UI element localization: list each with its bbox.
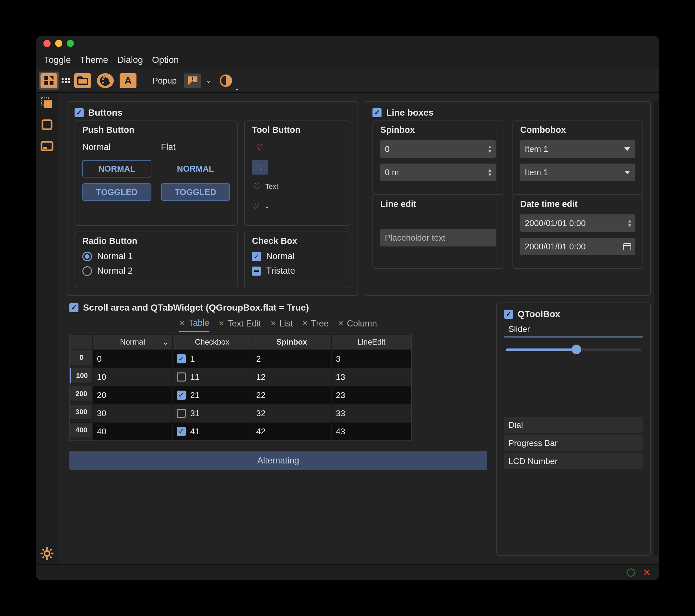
toolbutton-1[interactable]: ♡: [252, 140, 268, 155]
pushbutton-normal-flat[interactable]: NORMAL: [161, 160, 230, 177]
combobox-2[interactable]: Item 1: [520, 163, 635, 181]
popup-chevron[interactable]: ⌄: [204, 77, 213, 85]
menu-dialog[interactable]: Dialog: [114, 53, 146, 66]
group-lineboxes-checkbox[interactable]: ✓: [372, 108, 382, 117]
popup-button[interactable]: [184, 73, 201, 88]
cell-lineedit[interactable]: 43: [332, 422, 411, 440]
spinbox-1[interactable]: 0▲▼: [380, 140, 495, 158]
row-header[interactable]: 200: [70, 386, 93, 402]
table-row[interactable]: 300 30 31 32 33: [70, 404, 411, 422]
cell-checkbox[interactable]: ✓1: [172, 350, 252, 368]
cell-lineedit[interactable]: 23: [332, 386, 411, 404]
group-toolbox-checkbox[interactable]: ✓: [504, 310, 513, 319]
cell-spinbox[interactable]: 2: [252, 350, 332, 368]
cell-checkbox[interactable]: 31: [172, 404, 252, 422]
datetime-2[interactable]: 2000/01/01 0:00: [520, 238, 635, 255]
toolbar-dashboard-button[interactable]: [39, 72, 59, 90]
spin-arrows-icon[interactable]: ▲▼: [488, 168, 492, 177]
th-checkbox[interactable]: Checkbox: [172, 334, 252, 350]
spinbox-2[interactable]: 0 m▲▼: [380, 163, 495, 181]
traffic-light-zoom[interactable]: [67, 40, 74, 47]
contrast-chevron[interactable]: ⌄: [233, 84, 242, 92]
cell-spinbox[interactable]: 42: [252, 422, 332, 440]
tab-close-icon[interactable]: ✕: [338, 319, 344, 328]
cell-spinbox[interactable]: 32: [252, 404, 332, 422]
cell-lineedit[interactable]: 33: [332, 404, 411, 422]
combobox-1[interactable]: Item 1: [520, 140, 635, 158]
toolbar-palette-button[interactable]: [95, 72, 115, 90]
row-header[interactable]: 300: [70, 404, 93, 420]
tab-table[interactable]: ✕Table: [179, 318, 209, 332]
table-row[interactable]: 0 0 ✓1 2 3: [70, 350, 411, 368]
cell-spinbox[interactable]: 22: [252, 386, 332, 404]
sidebar-select-icon[interactable]: [38, 94, 56, 112]
datetime-1[interactable]: 2000/01/01 0:00▲▼: [520, 214, 635, 232]
pushbutton-toggled-flat[interactable]: TOGGLED: [161, 183, 230, 201]
traffic-light-close[interactable]: [44, 40, 51, 47]
tab-textedit[interactable]: ✕Text Edit: [219, 318, 261, 332]
cell-normal[interactable]: 30: [93, 404, 172, 422]
tab-column[interactable]: ✕Column: [338, 318, 377, 332]
toolbar-contrast-button[interactable]: ⌄: [216, 72, 236, 90]
table-row[interactable]: 100 10 11 12 13: [70, 368, 411, 386]
th-normal[interactable]: Normal⌄: [93, 334, 172, 350]
row-header[interactable]: 100: [70, 368, 93, 384]
tab-close-icon[interactable]: ✕: [179, 319, 185, 328]
cell-checkbox[interactable]: 11: [172, 368, 252, 386]
traffic-light-minimize[interactable]: [55, 40, 62, 47]
cell-lineedit[interactable]: 13: [332, 368, 411, 386]
slider-thumb[interactable]: [572, 345, 581, 354]
table-row[interactable]: 400 40 ✓41 42 43: [70, 422, 411, 440]
toolbutton-3[interactable]: ♡: [252, 179, 262, 194]
toolbutton-2[interactable]: ♡: [252, 160, 268, 175]
pushbutton-normal-1[interactable]: NORMAL: [82, 160, 151, 177]
row-header[interactable]: 400: [70, 422, 93, 438]
cell-checkbox[interactable]: ✓21: [172, 386, 252, 404]
toolbutton-menu-chevron[interactable]: ⌄: [262, 202, 272, 210]
checkbox-normal[interactable]: ✓Normal: [252, 251, 343, 261]
tab-list[interactable]: ✕List: [270, 318, 293, 332]
sidebar-panel-icon[interactable]: [38, 137, 56, 155]
row-header[interactable]: 0: [70, 350, 93, 365]
cell-normal[interactable]: 0: [93, 350, 172, 368]
group-buttons-checkbox[interactable]: ✓: [74, 108, 84, 117]
toolbox-dial[interactable]: Dial: [504, 417, 643, 433]
cell-normal[interactable]: 10: [93, 368, 172, 386]
toolbox-progressbar[interactable]: Progress Bar: [504, 435, 643, 451]
cell-lineedit[interactable]: 3: [332, 350, 411, 368]
toolbar-font-button[interactable]: A: [118, 72, 138, 90]
radio-normal-1[interactable]: Normal 1: [82, 251, 230, 261]
status-ok-icon[interactable]: [627, 568, 635, 577]
toolbutton-4[interactable]: ♡: [252, 198, 259, 213]
sidebar-square-icon[interactable]: [38, 116, 56, 134]
toolbar-grip[interactable]: [62, 78, 70, 83]
status-close-icon[interactable]: ✕: [643, 567, 651, 578]
toolbar-folder-button[interactable]: [73, 72, 93, 90]
tab-close-icon[interactable]: ✕: [302, 319, 308, 328]
cell-spinbox[interactable]: 12: [252, 368, 332, 386]
tab-close-icon[interactable]: ✕: [270, 319, 276, 328]
table-row[interactable]: 200 20 ✓21 22 23: [70, 386, 411, 404]
toolbox-slider[interactable]: Slider: [504, 322, 643, 337]
sidebar-settings-icon[interactable]: [38, 545, 56, 562]
th-lineedit[interactable]: LineEdit: [332, 334, 411, 350]
cell-checkbox[interactable]: ✓41: [172, 422, 252, 440]
spin-arrows-icon[interactable]: ▲▼: [488, 144, 492, 154]
menu-toggle[interactable]: Toggle: [41, 53, 74, 66]
slider[interactable]: [506, 349, 642, 351]
radio-normal-2[interactable]: Normal 2: [82, 266, 230, 276]
checkbox-tristate[interactable]: Tristate: [252, 266, 343, 276]
tab-tree[interactable]: ✕Tree: [302, 318, 329, 332]
spin-arrows-icon[interactable]: ▲▼: [627, 218, 632, 228]
pushbutton-toggled-1[interactable]: TOGGLED: [82, 183, 151, 201]
cell-normal[interactable]: 20: [93, 386, 172, 404]
alternating-button[interactable]: Alternating: [69, 451, 487, 470]
toolbox-lcdnumber[interactable]: LCD Number: [504, 453, 643, 469]
tab-close-icon[interactable]: ✕: [219, 319, 224, 328]
th-spinbox[interactable]: Spinbox: [252, 334, 332, 350]
menu-theme[interactable]: Theme: [77, 53, 112, 66]
menu-option[interactable]: Option: [149, 53, 182, 66]
cell-normal[interactable]: 40: [93, 422, 172, 440]
scrollbar[interactable]: [654, 101, 658, 556]
lineedit-input[interactable]: Placeholder text: [380, 229, 495, 246]
